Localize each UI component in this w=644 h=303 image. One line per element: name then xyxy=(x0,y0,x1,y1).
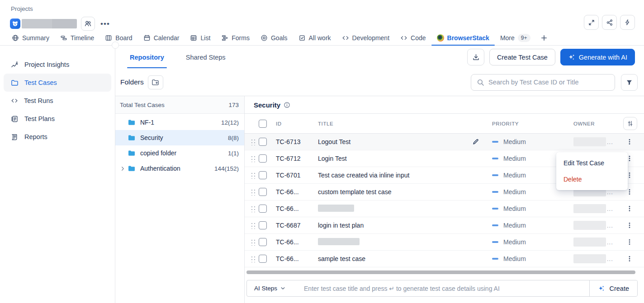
tab-goals[interactable]: Goals xyxy=(255,31,293,45)
share-button[interactable] xyxy=(602,15,617,30)
column-settings-button[interactable] xyxy=(623,117,637,130)
row-checkbox[interactable] xyxy=(259,238,267,246)
members-button[interactable] xyxy=(81,17,95,31)
cell-title[interactable] xyxy=(314,238,470,247)
tab-shared-steps[interactable]: Shared Steps xyxy=(183,46,228,69)
tab-list[interactable]: List xyxy=(185,31,216,45)
tab-development[interactable]: Development xyxy=(336,31,395,45)
row-menu-button[interactable] xyxy=(623,236,636,248)
breadcrumb[interactable]: Projects xyxy=(11,5,33,12)
select-all-checkbox[interactable] xyxy=(259,120,267,128)
table-row[interactable]: TC-6713Logout TestMedium... xyxy=(245,134,644,150)
drag-handle-icon[interactable] xyxy=(251,238,255,246)
drag-handle-icon[interactable] xyxy=(251,155,255,162)
tab-code[interactable]: Code xyxy=(395,31,431,45)
filter-button[interactable] xyxy=(621,74,638,91)
cell-title[interactable] xyxy=(314,205,470,213)
row-checkbox[interactable] xyxy=(259,221,267,229)
column-id[interactable]: ID xyxy=(272,121,314,126)
expand-button[interactable] xyxy=(584,15,599,30)
table-row[interactable]: TC-6687login in test planMedium... xyxy=(245,217,644,234)
folder-section-header: Security xyxy=(245,96,644,114)
horizontal-scrollbar[interactable] xyxy=(246,270,635,274)
cell-id[interactable]: TC-66... xyxy=(272,238,314,246)
cell-id[interactable]: TC-6701 xyxy=(272,172,314,179)
cell-id[interactable]: TC-6687 xyxy=(272,222,314,229)
new-folder-button[interactable] xyxy=(148,75,163,89)
cell-title[interactable]: custom template test case xyxy=(314,188,470,196)
column-priority[interactable]: PRIORITY xyxy=(483,121,555,126)
cell-id[interactable]: TC-66... xyxy=(272,255,314,262)
folder-nf-1[interactable]: NF-112(12) xyxy=(115,115,244,130)
create-test-case-button[interactable]: Create Test Case xyxy=(489,49,555,65)
cell-title[interactable]: Login Test xyxy=(314,155,470,162)
cell-title[interactable]: Test case created via inline input xyxy=(314,172,470,179)
row-menu-button[interactable] xyxy=(623,202,636,215)
row-checkbox[interactable] xyxy=(259,138,267,146)
edit-pencil-icon[interactable] xyxy=(470,136,481,147)
ai-create-button[interactable]: Create xyxy=(589,280,637,296)
code-icon xyxy=(342,34,349,42)
cell-title[interactable]: sample test case xyxy=(314,255,470,262)
project-more-button[interactable]: ••• xyxy=(100,19,110,28)
sidebar-item-test-runs[interactable]: Test Runs xyxy=(4,92,111,110)
drag-handle-icon[interactable] xyxy=(251,205,255,212)
search-input[interactable] xyxy=(488,79,609,86)
tab-more[interactable]: More 9+ xyxy=(495,31,536,45)
add-tab-button[interactable] xyxy=(536,31,552,45)
tab-calendar[interactable]: Calendar xyxy=(138,31,185,45)
sidebar-item-project-insights[interactable]: Project Insights xyxy=(4,56,111,74)
chevron-right-icon[interactable] xyxy=(120,166,128,172)
row-checkbox[interactable] xyxy=(259,154,267,163)
info-icon[interactable] xyxy=(284,102,290,108)
context-menu-item-delete[interactable]: Delete xyxy=(556,171,628,187)
sidebar-item-reports[interactable]: Reports xyxy=(4,128,111,146)
table-row[interactable]: TC-66...Medium... xyxy=(245,234,644,251)
window-actions xyxy=(584,15,635,30)
column-owner[interactable]: OWNER xyxy=(555,121,623,126)
tab-forms[interactable]: Forms xyxy=(216,31,255,45)
tab-all-work[interactable]: All work xyxy=(293,31,336,45)
cell-title[interactable]: login in test plan xyxy=(314,222,470,229)
row-menu-button[interactable] xyxy=(623,252,636,265)
table-row[interactable]: TC-66...sample test caseMedium... xyxy=(245,251,644,267)
context-menu-item-edit-test-case[interactable]: Edit Test Case xyxy=(556,155,628,171)
tab-board[interactable]: Board xyxy=(99,31,137,45)
folder-authentication[interactable]: Authentication144(152) xyxy=(115,161,244,176)
table-row[interactable]: TC-66...Medium... xyxy=(245,200,644,217)
row-menu-button[interactable] xyxy=(623,219,636,232)
row-menu-button[interactable] xyxy=(623,135,636,148)
ai-title-input[interactable] xyxy=(304,285,589,292)
row-checkbox[interactable] xyxy=(259,255,267,263)
cell-owner: ... xyxy=(555,204,623,213)
tab-repository[interactable]: Repository xyxy=(127,46,167,69)
cell-id[interactable]: TC-66... xyxy=(272,188,314,196)
drag-handle-icon[interactable] xyxy=(251,138,255,145)
drag-handle-icon[interactable] xyxy=(251,172,255,179)
tab-summary[interactable]: Summary xyxy=(6,31,55,45)
row-checkbox[interactable] xyxy=(259,171,267,179)
project-avatar xyxy=(10,19,20,29)
priority-label: Medium xyxy=(503,222,526,229)
generate-with-ai-button[interactable]: Generate with AI xyxy=(560,49,635,65)
ai-steps-dropdown[interactable]: AI Steps xyxy=(247,285,292,292)
folder-security[interactable]: Security8(8) xyxy=(115,130,244,145)
sidebar-item-test-plans[interactable]: Test Plans xyxy=(4,110,111,128)
folder-copied-folder[interactable]: copied folder1(1) xyxy=(115,145,244,161)
download-button[interactable] xyxy=(467,49,484,65)
cell-id[interactable]: TC-6712 xyxy=(272,155,314,162)
search-area xyxy=(471,74,644,91)
tab-browserstack[interactable]: BrowserStack xyxy=(431,31,495,45)
tab-timeline[interactable]: Timeline xyxy=(55,31,99,45)
row-checkbox[interactable] xyxy=(259,188,267,196)
column-title[interactable]: TITLE xyxy=(314,121,470,126)
cell-title[interactable]: Logout Test xyxy=(314,138,470,145)
drag-handle-icon[interactable] xyxy=(251,188,255,196)
cell-id[interactable]: TC-66... xyxy=(272,205,314,212)
sidebar-item-test-cases[interactable]: Test Cases xyxy=(4,74,111,92)
row-checkbox[interactable] xyxy=(259,205,267,213)
drag-handle-icon[interactable] xyxy=(251,222,255,229)
drag-handle-icon[interactable] xyxy=(251,255,255,262)
cell-id[interactable]: TC-6713 xyxy=(272,138,314,145)
automation-button[interactable] xyxy=(620,15,635,30)
